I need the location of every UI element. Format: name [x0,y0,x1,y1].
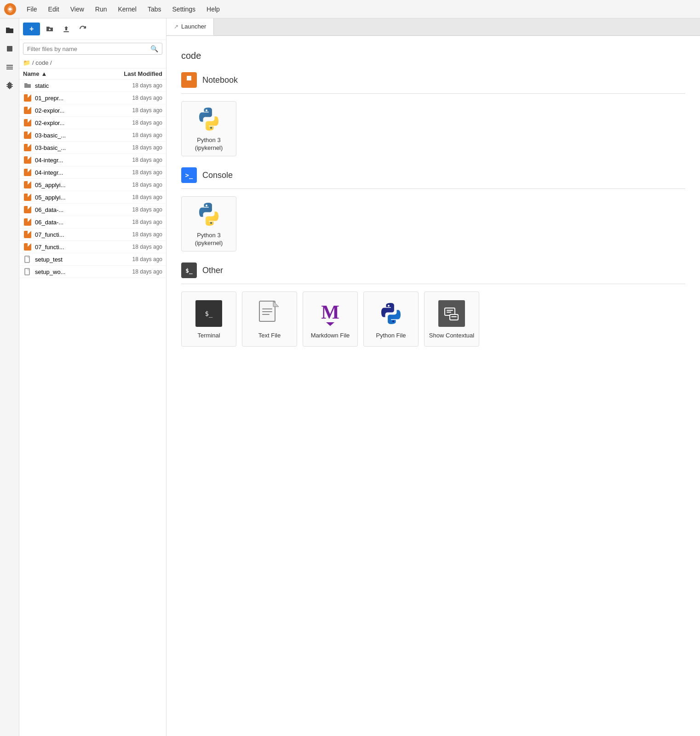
menu-settings[interactable]: Settings [168,4,201,15]
file-table-header: Name ▲ Last Modified [19,68,166,80]
show-contextual-card[interactable]: Show Contextual [424,291,479,347]
menu-view[interactable]: View [66,4,89,15]
file-modified: 18 days ago [112,132,162,138]
file-type-icon [23,180,32,189]
file-type-icon [23,155,32,165]
launcher-tab-label: Launcher [181,23,206,30]
svg-rect-5 [63,31,69,32]
modified-column-header: Last Modified [112,70,162,77]
file-row[interactable]: 02-explor... 18 days ago [19,104,166,117]
python-file-card[interactable]: Python File [363,291,419,347]
file-modified: 18 days ago [112,244,162,250]
file-row[interactable]: 03-basic_... 18 days ago [19,129,166,142]
launcher-tab[interactable]: ↗ Launcher [166,18,214,35]
svg-rect-25 [451,316,457,317]
app-body: + 🔍 📁 / code / [0,18,700,736]
file-modified: 18 days ago [112,95,162,101]
sidebar-toc-button[interactable] [1,59,18,75]
file-name: 07_functi... [35,244,112,251]
file-row[interactable]: 01_prepr... 18 days ago [19,92,166,104]
sidebar-extensions-button[interactable] [1,77,18,94]
file-row[interactable]: 04-integr... 18 days ago [19,166,166,179]
launcher-header: code [181,47,685,68]
svg-rect-3 [6,67,13,68]
menu-tabs[interactable]: Tabs [143,4,166,15]
file-row[interactable]: 05_applyi... 18 days ago [19,179,166,191]
file-type-icon [23,131,32,140]
file-row[interactable]: 03-basic_... 18 days ago [19,142,166,154]
python-file-card-icon [376,299,406,328]
file-row[interactable]: 07_functi... 18 days ago [19,228,166,241]
svg-rect-2 [6,65,13,66]
svg-rect-9 [187,76,191,80]
notebook-cards: Python 3(ipykernel) [181,101,685,156]
upload-button[interactable] [59,22,73,36]
file-row[interactable]: setup_wo... 18 days ago [19,266,166,278]
file-name: 02-explor... [35,107,112,114]
main-content: ↗ Launcher code Notebook [166,18,700,736]
file-row[interactable]: 04-integr... 18 days ago [19,154,166,166]
file-name: 03-basic_... [35,132,112,139]
other-section-icon: $_ [181,262,197,278]
file-modified: 18 days ago [112,194,162,200]
refresh-button[interactable] [76,22,90,36]
menu-run[interactable]: Run [91,4,112,15]
svg-rect-16 [262,311,272,312]
file-type-icon [23,217,32,227]
file-type-icon [23,93,32,103]
menu-bar: File Edit View Run Kernel Tabs Settings … [0,0,700,18]
other-cards: $_ Terminal [181,291,685,347]
file-row[interactable]: static 18 days ago [19,80,166,92]
search-icon: 🔍 [150,45,158,52]
name-column-header[interactable]: Name ▲ [23,70,112,77]
file-name: 01_prepr... [35,95,112,102]
notebook-section-icon [181,72,197,88]
file-modified: 18 days ago [112,268,162,275]
file-name: 05_applyi... [35,182,112,188]
svg-rect-15 [262,308,272,309]
other-section-header: $_ Other [181,262,685,278]
file-type-icon [23,230,32,239]
plus-icon: + [29,25,34,33]
tab-bar: ↗ Launcher [166,18,700,36]
file-modified: 18 days ago [112,231,162,238]
menu-file[interactable]: File [22,4,42,15]
file-modified: 18 days ago [112,169,162,176]
menu-kernel[interactable]: Kernel [113,4,141,15]
file-row[interactable]: 06_data-... 18 days ago [19,204,166,216]
file-row[interactable]: setup_test 18 days ago [19,253,166,266]
menu-edit[interactable]: Edit [44,4,64,15]
file-row[interactable]: 07_functi... 18 days ago [19,241,166,253]
python3-console-label: Python 3(ipykernel) [195,232,223,247]
file-type-icon [23,81,32,90]
file-name: 02-explor... [35,120,112,126]
file-row[interactable]: 06_data-... 18 days ago [19,216,166,228]
new-folder-button[interactable] [43,22,57,36]
file-name: 03-basic_... [35,144,112,151]
file-row[interactable]: 02-explor... 18 days ago [19,117,166,129]
other-section-label: Other [202,266,223,275]
sidebar-running-button[interactable] [1,40,18,57]
python3-notebook-card[interactable]: Python 3(ipykernel) [181,101,236,156]
svg-rect-4 [6,68,13,69]
notebook-divider [181,93,685,94]
terminal-card[interactable]: $_ Terminal [181,291,236,347]
search-input[interactable] [27,46,150,52]
menu-help[interactable]: Help [202,4,224,15]
file-modified: 18 days ago [112,182,162,188]
text-file-card[interactable]: Text File [242,291,297,347]
python3-console-card[interactable]: Python 3(ipykernel) [181,196,236,251]
svg-rect-6 [25,256,29,262]
markdown-file-card-icon: M [316,299,345,328]
console-section-label: Console [202,171,233,180]
sidebar-files-button[interactable] [1,22,18,39]
file-modified: 18 days ago [112,107,162,114]
new-launcher-button[interactable]: + [23,23,40,35]
svg-point-20 [392,320,394,322]
console-section-header: >_ Console [181,167,685,183]
svg-marker-18 [326,322,334,326]
file-modified: 18 days ago [112,256,162,262]
markdown-file-card[interactable]: M Markdown File [303,291,358,347]
file-row[interactable]: 05_applyi... 18 days ago [19,191,166,204]
file-type-icon [23,267,32,276]
